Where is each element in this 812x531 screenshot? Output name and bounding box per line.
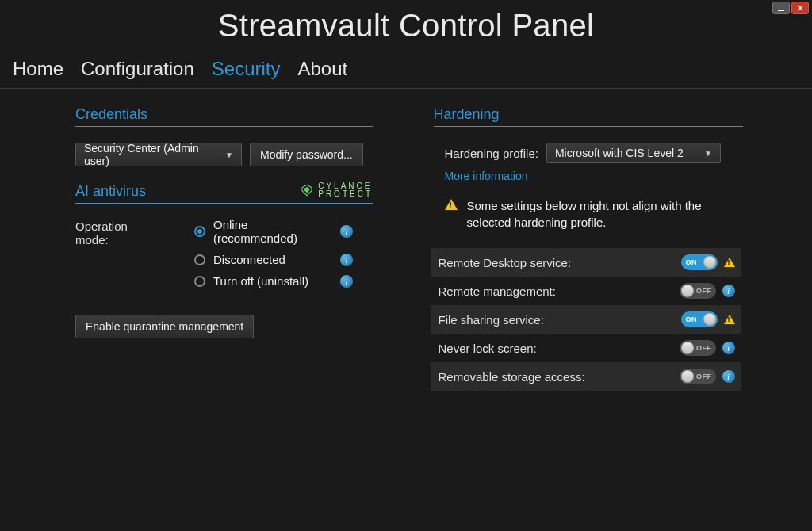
credentials-title: Credentials — [75, 106, 373, 127]
left-column: Credentials Security Center (Admin user)… — [0, 106, 416, 391]
info-icon[interactable]: i — [340, 275, 353, 288]
svg-rect-0 — [778, 10, 784, 11]
warning-icon — [724, 258, 735, 267]
antivirus-title: AI antivirus — [75, 183, 146, 203]
toggle-switch[interactable]: ON — [681, 311, 718, 327]
info-icon[interactable]: i — [722, 342, 735, 354]
modify-password-button[interactable]: Modify password... — [250, 143, 363, 166]
operation-mode-label: Operation mode: — [75, 218, 163, 246]
toggle-label: Never lock screen: — [439, 342, 537, 355]
info-icon[interactable]: i — [340, 225, 353, 238]
hardening-title: Hardening — [434, 106, 743, 127]
chevron-down-icon: ▼ — [225, 151, 233, 159]
enable-quarantine-button[interactable]: Enable quarantine management — [75, 315, 254, 338]
user-select-value: Security Center (Admin user) — [84, 142, 225, 167]
warning-icon — [445, 199, 458, 210]
radio-online[interactable] — [194, 226, 205, 237]
info-icon[interactable]: i — [722, 370, 735, 383]
toggle-row: Never lock screen:OFFi — [431, 334, 741, 362]
toggle-row: File sharing service:ON — [431, 305, 741, 334]
tab-about[interactable]: About — [298, 58, 348, 80]
tab-configuration[interactable]: Configuration — [81, 58, 194, 80]
toggle-switch[interactable]: OFF — [680, 283, 716, 299]
hardening-warning-text: Some settings below might not align with… — [467, 197, 749, 231]
toggle-label: Remote Desktop service: — [439, 256, 572, 269]
minimize-button[interactable] — [772, 2, 790, 14]
close-button[interactable] — [791, 2, 809, 14]
radio-disconnected[interactable] — [194, 254, 205, 266]
more-information-link[interactable]: More information — [445, 170, 528, 182]
window-controls — [769, 0, 812, 16]
hardening-profile-value: Microsoft with CIS Level 2 — [555, 147, 684, 159]
toggle-label: Removable storage access: — [439, 370, 585, 384]
toggle-switch[interactable]: OFF — [680, 340, 716, 356]
toggle-list: Remote Desktop service:ONRemote manageme… — [431, 248, 741, 391]
radio-online-label: Online (recommended) — [213, 218, 332, 245]
app-title: Streamvault Control Panel — [0, 0, 812, 44]
tab-home[interactable]: Home — [13, 58, 63, 80]
chevron-down-icon: ▼ — [704, 149, 712, 158]
radio-disconnected-label: Disconnected — [213, 253, 332, 266]
radio-turnoff-label: Turn off (uninstall) — [213, 274, 332, 288]
tab-security[interactable]: Security — [212, 58, 281, 80]
toggle-switch[interactable]: OFF — [680, 369, 716, 384]
tab-bar: Home Configuration Security About — [0, 44, 812, 89]
toggle-row: Remote management:OFFi — [431, 277, 741, 305]
toggle-row: Removable storage access:OFFi — [431, 362, 741, 391]
cylance-logo: CYLANCE PROTECT — [301, 182, 373, 203]
operation-mode-radios: Online (recommended) i Disconnected i Tu… — [194, 218, 353, 288]
toggle-row: Remote Desktop service:ON — [431, 248, 741, 277]
info-icon[interactable]: i — [340, 254, 353, 266]
shield-icon — [301, 184, 313, 197]
radio-turnoff[interactable] — [194, 276, 205, 287]
toggle-label: Remote management: — [439, 285, 556, 298]
toggle-switch[interactable]: ON — [681, 254, 718, 270]
hardening-profile-select[interactable]: Microsoft with CIS Level 2 ▼ — [546, 143, 721, 163]
right-column: Hardening Hardening profile: Microsoft w… — [416, 106, 813, 391]
info-icon[interactable]: i — [722, 285, 735, 297]
warning-icon — [724, 315, 735, 324]
user-select[interactable]: Security Center (Admin user) ▼ — [75, 143, 242, 166]
hardening-profile-label: Hardening profile: — [445, 147, 538, 160]
svg-marker-4 — [304, 187, 310, 193]
toggle-label: File sharing service: — [439, 313, 544, 327]
